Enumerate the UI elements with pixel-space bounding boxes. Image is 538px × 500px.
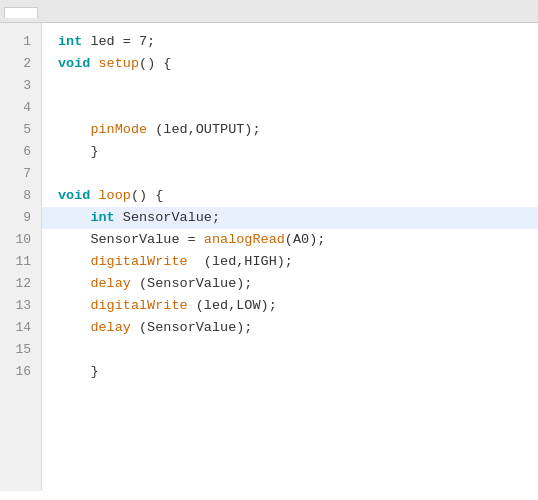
code-token: int xyxy=(90,210,114,225)
code-token: void xyxy=(58,56,90,71)
code-line: int SensorValue; xyxy=(42,207,538,229)
code-line: } xyxy=(42,361,538,383)
code-token: } xyxy=(58,364,99,379)
code-area: 12345678910111213141516 int led = 7;void… xyxy=(0,23,538,491)
line-number: 6 xyxy=(0,141,41,163)
line-number: 1 xyxy=(0,31,41,53)
code-line: digitalWrite (led,HIGH); xyxy=(42,251,538,273)
line-number: 9 xyxy=(0,207,41,229)
code-token: (SensorValue); xyxy=(131,320,253,335)
code-line: delay (SensorValue); xyxy=(42,317,538,339)
code-token xyxy=(58,122,90,137)
line-number: 12 xyxy=(0,273,41,295)
code-token: SensorValue; xyxy=(115,210,220,225)
code-token xyxy=(90,56,98,71)
line-numbers: 12345678910111213141516 xyxy=(0,23,42,491)
code-line xyxy=(42,163,538,185)
line-number: 13 xyxy=(0,295,41,317)
code-token: delay xyxy=(90,276,131,291)
code-token: void xyxy=(58,188,90,203)
line-number: 5 xyxy=(0,119,41,141)
code-token: delay xyxy=(90,320,131,335)
code-token: (led,HIGH); xyxy=(188,254,293,269)
code-line: void loop() { xyxy=(42,185,538,207)
code-token xyxy=(90,188,98,203)
line-number: 3 xyxy=(0,75,41,97)
line-number: 14 xyxy=(0,317,41,339)
code-line: SensorValue = analogRead(A0); xyxy=(42,229,538,251)
line-number: 15 xyxy=(0,339,41,361)
code-token: setup xyxy=(99,56,140,71)
code-token xyxy=(58,254,90,269)
code-token: (SensorValue); xyxy=(131,276,253,291)
code-token: SensorValue = xyxy=(58,232,204,247)
code-token: } xyxy=(58,144,99,159)
code-token xyxy=(58,276,90,291)
code-line: } xyxy=(42,141,538,163)
line-number: 11 xyxy=(0,251,41,273)
code-line: delay (SensorValue); xyxy=(42,273,538,295)
code-line xyxy=(42,339,538,361)
code-token: led = 7; xyxy=(82,34,155,49)
code-token xyxy=(58,320,90,335)
tab-bar xyxy=(0,0,538,23)
code-token: (A0); xyxy=(285,232,326,247)
tab-potetometer[interactable] xyxy=(4,7,38,18)
line-number: 8 xyxy=(0,185,41,207)
code-token: () { xyxy=(131,188,163,203)
code-line: int led = 7; xyxy=(42,31,538,53)
code-token xyxy=(58,210,90,225)
code-token: int xyxy=(58,34,82,49)
line-number: 10 xyxy=(0,229,41,251)
line-number: 4 xyxy=(0,97,41,119)
code-token: (led,OUTPUT); xyxy=(147,122,260,137)
code-token: pinMode xyxy=(90,122,147,137)
code-line: pinMode (led,OUTPUT); xyxy=(42,119,538,141)
code-line: digitalWrite (led,LOW); xyxy=(42,295,538,317)
line-number: 16 xyxy=(0,361,41,383)
code-token: digitalWrite xyxy=(90,298,187,313)
code-lines: int led = 7;void setup() { pinMode (led,… xyxy=(42,23,538,491)
line-number: 7 xyxy=(0,163,41,185)
code-line: void setup() { xyxy=(42,53,538,75)
code-token: loop xyxy=(99,188,131,203)
code-token xyxy=(58,298,90,313)
code-token: digitalWrite xyxy=(90,254,187,269)
line-number: 2 xyxy=(0,53,41,75)
code-line xyxy=(42,97,538,119)
code-token: analogRead xyxy=(204,232,285,247)
code-token: () { xyxy=(139,56,171,71)
code-token: (led,LOW); xyxy=(188,298,277,313)
code-line xyxy=(42,75,538,97)
